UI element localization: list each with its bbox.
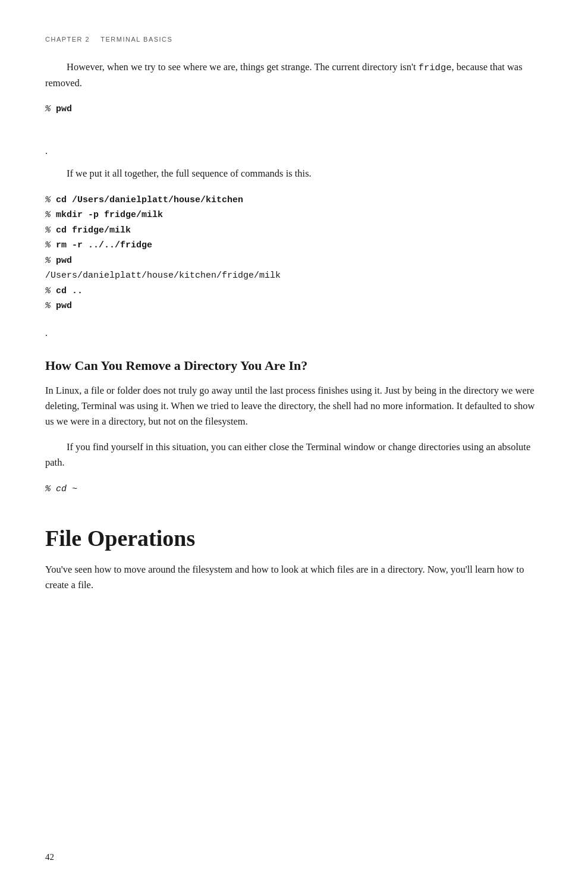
code-line-pwd3: % pwd <box>45 299 543 314</box>
chapter-label: CHAPTER 2 <box>45 36 90 43</box>
paragraph-2: If we put it all together, the full sequ… <box>45 166 543 181</box>
code-line-rm: % rm -r ../../fridge <box>45 238 543 253</box>
code-output-path: /Users/danielplatt/house/kitchen/fridge/… <box>45 268 543 284</box>
code-line-cd-kitchen: % cd /Users/danielplatt/house/kitchen <box>45 193 543 208</box>
paragraph-4: If you find yourself in this situation, … <box>45 439 543 471</box>
code-block-2: % cd /Users/danielplatt/house/kitchen % … <box>45 193 543 314</box>
page-number: 42 <box>45 852 54 862</box>
code-line-cd-milk: % cd fridge/milk <box>45 223 543 238</box>
dot-2: . <box>45 325 543 341</box>
subsection-heading: How Can You Remove a Directory You Are I… <box>45 357 543 375</box>
code-block-1: % pwd <box>45 102 543 132</box>
chapter-header: CHAPTER 2 TERMINAL BASICS <box>45 36 543 43</box>
dot-1: . <box>45 143 543 159</box>
code-block-3: % cd ~ <box>45 482 543 497</box>
paragraph-3: In Linux, a file or folder does not trul… <box>45 383 543 430</box>
code-line-mkdir: % mkdir -p fridge/milk <box>45 208 543 223</box>
paragraph-1: However, when we try to see where we are… <box>45 59 543 91</box>
code-line-blank1 <box>45 117 543 133</box>
chapter-title: TERMINAL BASICS <box>100 36 172 43</box>
code-line-pwd2: % pwd <box>45 253 543 269</box>
code-line-cd-home: % cd ~ <box>45 482 543 497</box>
inline-code-fridge: fridge <box>419 62 452 73</box>
code-line-pwd1: % pwd <box>45 102 543 117</box>
code-line-cd-dotdot: % cd .. <box>45 284 543 299</box>
page: CHAPTER 2 TERMINAL BASICS However, when … <box>0 0 588 892</box>
section-heading-file-operations: File Operations <box>45 525 543 552</box>
paragraph-5: You've seen how to move around the files… <box>45 562 543 593</box>
